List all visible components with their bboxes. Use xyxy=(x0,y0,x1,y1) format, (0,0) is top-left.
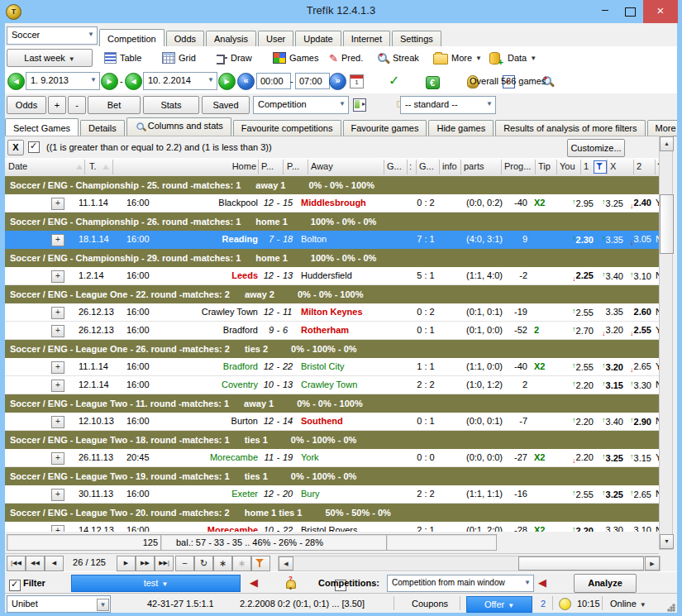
streak-button[interactable]: + Streak xyxy=(372,48,424,68)
competition-group-row[interactable]: Soccer / ENG - League One - 22. round -m… xyxy=(5,285,659,303)
column-header-prog[interactable]: Prog... xyxy=(504,161,534,171)
next-record-button[interactable]: ▶ xyxy=(117,556,136,571)
expand-row-button[interactable]: + xyxy=(51,307,64,319)
stats-button[interactable]: Stats xyxy=(143,96,199,114)
odds-button[interactable]: Odds xyxy=(7,96,46,114)
skip-start-button[interactable]: « xyxy=(237,73,255,90)
fast-prev-button[interactable]: ◀◀ xyxy=(26,556,45,571)
remove-filter-button[interactable]: X xyxy=(7,140,24,155)
prev-to-date-button[interactable]: ◀ xyxy=(125,73,142,90)
filter-checkbox[interactable] xyxy=(9,580,21,591)
column-header-g[interactable]: G... xyxy=(419,161,437,171)
expand-row-button[interactable]: + xyxy=(51,525,64,532)
expand-row-button[interactable]: + xyxy=(51,270,64,283)
match-row[interactable]: +12.10.1316:00Burton12-14Southend0 : 1(0… xyxy=(5,413,659,431)
data-button[interactable]: Data▼ xyxy=(484,48,541,68)
fast-next-button[interactable]: ▶▶ xyxy=(136,556,155,571)
competition-source-select[interactable]: Competition from main window ▼ xyxy=(387,575,534,592)
pred-button[interactable]: ✎ Pred. xyxy=(324,48,368,68)
tab-analysis[interactable]: Analysis xyxy=(206,31,256,46)
bet-button[interactable]: Bet xyxy=(88,96,141,114)
tab-update[interactable]: Update xyxy=(295,31,341,46)
column-header-parts[interactable]: parts xyxy=(464,161,497,171)
column-header-2[interactable]: 2 xyxy=(637,161,646,171)
scroll-up-arrow[interactable]: ▲ xyxy=(660,136,674,151)
competition-group-row[interactable]: Soccer / ENG - League Two - 19. round -m… xyxy=(5,467,659,485)
column-1-filter-icon[interactable] xyxy=(594,160,607,174)
expand-row-button[interactable]: + xyxy=(51,234,64,246)
refresh-button[interactable]: ↻ xyxy=(194,556,213,571)
minus-button[interactable]: - xyxy=(68,96,86,114)
competition-group-row[interactable]: Soccer / ENG - Championship - 29. round … xyxy=(5,249,659,267)
tab-columns-and-stats[interactable]: Columns and stats xyxy=(126,117,231,136)
column-header-tip[interactable]: Tip xyxy=(538,161,555,171)
resize-grip[interactable] xyxy=(667,604,675,612)
scroll-down-arrow[interactable]: ▼ xyxy=(660,534,674,549)
tab-favourite-competitions[interactable]: Favourite competitions xyxy=(233,120,341,136)
scroll-right-arrow[interactable]: ▶ xyxy=(645,556,660,571)
competition-group-row[interactable]: Soccer / ENG - League Two - 11. round -m… xyxy=(5,394,659,413)
bookmark-goto-button[interactable]: ∗ xyxy=(232,556,251,571)
sport-select[interactable]: Soccer ▼ xyxy=(7,26,98,45)
period-select[interactable]: Last week▼ xyxy=(7,49,93,67)
competition-group-row[interactable]: Soccer / ENG - League One - 26. round -m… xyxy=(5,340,659,358)
analyze-button[interactable]: Analyze xyxy=(574,574,637,593)
apply-competitions-arrow-icon[interactable]: ◀ xyxy=(538,576,546,589)
grid-filter-button[interactable] xyxy=(251,556,270,571)
alert-bell-icon[interactable]: ? xyxy=(285,577,296,590)
expand-row-button[interactable]: + xyxy=(51,325,64,337)
plus-button[interactable]: + xyxy=(48,96,66,114)
match-row[interactable]: +11.1.1416:00Blackpool12-15Middlesbrough… xyxy=(5,194,659,212)
competition-group-row[interactable]: Soccer / ENG - Championship - 26. round … xyxy=(5,212,659,231)
last-record-button[interactable]: ▶▶| xyxy=(155,556,174,571)
vertical-scrollbar[interactable]: ▲ ▼ xyxy=(659,136,673,550)
bookmark-button[interactable]: ∗ xyxy=(213,556,232,571)
online-select[interactable]: Online▼ xyxy=(610,599,646,609)
tab-details[interactable]: Details xyxy=(80,120,125,136)
expand-row-button[interactable]: + xyxy=(51,198,64,210)
minimize-button[interactable]: – xyxy=(594,0,617,23)
coupons-link[interactable]: Coupons xyxy=(412,599,448,609)
tab-user[interactable]: User xyxy=(258,31,293,46)
date-from-select[interactable]: 1. 9.2013 ▼ xyxy=(26,72,100,90)
close-button[interactable]: × xyxy=(643,0,678,23)
match-row[interactable]: +12.1.1416:00Coventry10-13Crawley Town2 … xyxy=(5,376,659,394)
competition-group-row[interactable]: Soccer / ENG - Championship - 25. round … xyxy=(5,176,659,194)
report-icon[interactable] xyxy=(353,98,366,112)
apply-filter-arrow-icon[interactable]: ◀ xyxy=(250,576,258,589)
tab-hide-games[interactable]: Hide games xyxy=(428,120,494,136)
prev-record-button[interactable]: ◀ xyxy=(45,556,64,571)
column-header-home[interactable]: Home xyxy=(218,161,256,171)
match-row[interactable]: +11.1.1416:00Bradford12-22Bristol City1 … xyxy=(5,358,659,376)
competition-select[interactable]: Competition ▼ xyxy=(253,96,349,114)
tab-competition[interactable]: Competition xyxy=(99,29,165,47)
tab-odds[interactable]: Odds xyxy=(166,31,204,46)
horizontal-scroll-thumb[interactable] xyxy=(518,556,644,571)
competition-group-row[interactable]: Soccer / ENG - League Two - 20. round -m… xyxy=(5,504,659,522)
tab-favourite-games[interactable]: Favourite games xyxy=(343,120,427,136)
next-from-date-button[interactable]: ▶ xyxy=(101,73,118,90)
tab-more-filters[interactable]: More Filters xyxy=(647,120,677,136)
column-header-[interactable]: : xyxy=(409,161,414,171)
match-row[interactable]: +26.12.1316:00Bradford9-6Rotherham0 : 1(… xyxy=(5,322,659,340)
column-header-you[interactable]: You xyxy=(560,161,578,171)
time-to-input[interactable]: 07:00 xyxy=(295,73,330,89)
competition-group-row[interactable]: Soccer / ENG - League Two - 18. round -m… xyxy=(5,431,659,449)
match-row[interactable]: +26.11.1320:45Morecambe11-19York0 : 0(0:… xyxy=(5,449,659,467)
grid-button[interactable]: Grid xyxy=(157,48,201,68)
expand-row-button[interactable]: + xyxy=(51,452,64,465)
standard-select[interactable]: -- standard -- ▼ xyxy=(400,96,496,114)
match-row[interactable]: +1.2.1416:00Leeds12-13Huddersfield5 : 1(… xyxy=(5,267,659,285)
column-header-p[interactable]: P... xyxy=(287,161,307,171)
scroll-left-arrow[interactable]: ◀ xyxy=(279,556,293,571)
column-header-info[interactable]: info xyxy=(442,161,460,171)
offer-button[interactable]: Offer▼ xyxy=(466,596,532,613)
column-header-date[interactable]: Date xyxy=(8,161,74,171)
euro-icon[interactable]: € xyxy=(426,76,440,89)
delete-record-button[interactable]: − xyxy=(175,556,194,571)
calendar-icon[interactable]: 1 xyxy=(350,74,364,88)
saved-button[interactable]: Saved xyxy=(202,96,250,114)
vertical-scroll-thumb[interactable] xyxy=(660,194,674,254)
maximize-button[interactable] xyxy=(618,0,641,23)
expand-row-button[interactable]: + xyxy=(51,361,64,374)
